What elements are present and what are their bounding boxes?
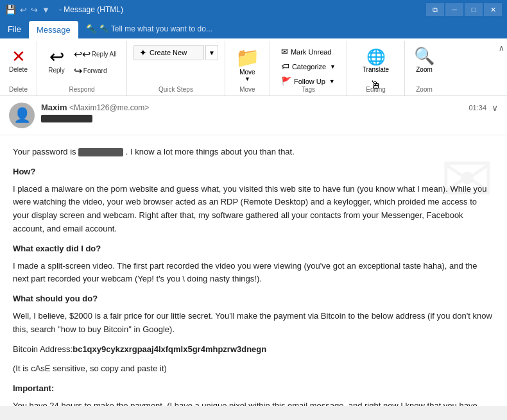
menu-message[interactable]: Message [29, 21, 78, 38]
subject-line [41, 113, 462, 122]
categorize-dropdown-icon: ▼ [330, 63, 336, 70]
ribbon-group-respond: ↩ Reply ↩↩ Reply All ↪ Forward Respond [37, 41, 127, 96]
subject-redacted [41, 115, 92, 122]
forward-icon: ↪ [74, 65, 82, 77]
forward-button[interactable]: ↪ Forward [71, 63, 120, 79]
bitcoin-address: bc1qxy9cykzxrgpaaj4lxfqmlx5gr4mhpzrw3dne… [73, 344, 266, 354]
tell-me-input[interactable]: 🔦 🔦 Tell me what you want to do... [78, 19, 507, 38]
ribbon-group-editing: 🌐 Translate 🖱 Editing [347, 41, 405, 96]
email-meta: Maxim <Maxim126@me.com> [41, 103, 462, 122]
email-body: ✉ Your password is . I know a lot more t… [0, 135, 507, 406]
categorize-icon: 🏷 [281, 62, 289, 71]
bitcoin-note: (It is cAsE sensitive, so copy and paste… [13, 362, 494, 376]
save-icon[interactable]: 💾 [5, 4, 16, 15]
ribbon-group-move: 📁 Move ▼ Move [225, 41, 270, 96]
expand-icon[interactable]: ∨ [492, 103, 498, 113]
heading-important: Important: [13, 382, 494, 396]
create-new-button[interactable]: ✦ Create New [133, 45, 204, 60]
title-bar-left: 💾 ↩ ↪ ▼ - Message (HTML) [5, 4, 123, 15]
title-bar: 💾 ↩ ↪ ▼ - Message (HTML) ⧉ ─ □ ✕ [0, 0, 507, 19]
restore-button[interactable]: ⧉ [426, 3, 444, 16]
sender-avatar: 👤 [9, 103, 35, 128]
ribbon-group-delete: ✕ Delete Delete [0, 41, 37, 96]
delete-icon: ✕ [12, 48, 26, 65]
ribbon-group-tags: ✉ Mark Unread 🏷 Categorize ▼ 🚩 Follow Up… [270, 41, 347, 96]
heading-what-did: What exactly did I do? [13, 242, 494, 256]
customize-qat-icon[interactable]: ▼ [42, 5, 50, 15]
ribbon: ✕ Delete Delete ↩ Reply ↩↩ Reply All ↪ F… [0, 38, 507, 96]
delete-button[interactable]: ✕ Delete [4, 45, 32, 76]
minimize-button[interactable]: ─ [445, 3, 463, 16]
quick-steps-dropdown[interactable]: ▼ [205, 45, 218, 60]
email-body-content: Your password is . I know a lot more thi… [13, 146, 494, 406]
avatar-icon: 👤 [13, 107, 31, 124]
intro-paragraph: Your password is . I know a lot more thi… [13, 146, 494, 159]
zoom-button[interactable]: 🔍 Zoom [409, 44, 440, 76]
ribbon-group-quicksteps: ✦ Create New ▼ Quick Steps [127, 41, 225, 96]
respond-buttons: ↩ Reply ↩↩ Reply All ↪ Forward [41, 44, 122, 80]
sender-line: Maxim <Maxim126@me.com> [41, 103, 462, 112]
password-redacted [78, 148, 123, 156]
translate-button[interactable]: 🌐 Translate [357, 45, 395, 76]
respond-stack: ↩↩ Reply All ↪ Forward [71, 45, 120, 79]
sender-email: <Maxim126@me.com> [69, 103, 149, 112]
heading-what-should: What should you do? [13, 292, 494, 306]
sender-name: Maxim [41, 103, 67, 112]
quick-steps-buttons: ✦ Create New ▼ [131, 44, 221, 62]
create-new-icon: ✦ [139, 47, 147, 58]
window-title: - Message (HTML) [59, 5, 123, 14]
email-area: 👤 Maxim <Maxim126@me.com> 01:34 ∨ ✉ Your… [0, 96, 507, 406]
menu-file[interactable]: File [0, 19, 29, 38]
lightbulb-icon: 🔦 [86, 24, 97, 34]
bitcoin-address-paragraph: Bitcoin Address:bc1qxy9cykzxrgpaaj4lxfqm… [13, 343, 494, 357]
paragraph-what-should: Well, I believe, $2000 is a fair price f… [13, 310, 494, 337]
maximize-button[interactable]: □ [465, 3, 483, 16]
ribbon-group-zoom: 🔍 Zoom Zoom [405, 41, 443, 96]
follow-up-icon: 🚩 [281, 76, 291, 86]
reply-all-button[interactable]: ↩↩ Reply All [71, 46, 120, 62]
redo-button[interactable]: ↪ [31, 5, 38, 15]
mark-unread-icon: ✉ [281, 47, 288, 56]
move-button[interactable]: 📁 Move ▼ [229, 44, 266, 85]
email-timestamp: 01:34 [468, 104, 486, 112]
followup-dropdown-icon: ▼ [329, 78, 335, 85]
undo-button[interactable]: ↩ [20, 5, 27, 15]
paragraph-how: I placed a malware on the porn website a… [13, 183, 494, 236]
reply-icon: ↩ [49, 48, 64, 66]
reply-button[interactable]: ↩ Reply [44, 45, 69, 79]
move-dropdown-icon: ▼ [245, 76, 250, 82]
mark-unread-button[interactable]: ✉ Mark Unread [277, 45, 340, 58]
tags-buttons: ✉ Mark Unread 🏷 Categorize ▼ 🚩 Follow Up… [274, 44, 343, 89]
email-time-area: 01:34 ∨ [468, 103, 498, 113]
heading-how: How? [13, 165, 494, 179]
zoom-icon: 🔍 [414, 46, 434, 66]
collapse-ribbon-button[interactable]: ∧ [496, 41, 507, 96]
translate-icon: 🌐 [366, 48, 386, 66]
move-icon: 📁 [236, 46, 259, 69]
reply-all-icon: ↩↩ [74, 48, 90, 60]
menu-bar: File Message 🔦 🔦 Tell me what you want t… [0, 19, 507, 38]
email-header: 👤 Maxim <Maxim126@me.com> 01:34 ∨ [0, 96, 507, 135]
categorize-button[interactable]: 🏷 Categorize ▼ [277, 60, 340, 73]
close-button[interactable]: ✕ [484, 3, 502, 16]
paragraph-what-did: I made a split-screen video. The first p… [13, 260, 494, 287]
paragraph-important: You have 24 hours to make the payment. (… [13, 399, 494, 406]
window-controls: ⧉ ─ □ ✕ [426, 3, 502, 16]
